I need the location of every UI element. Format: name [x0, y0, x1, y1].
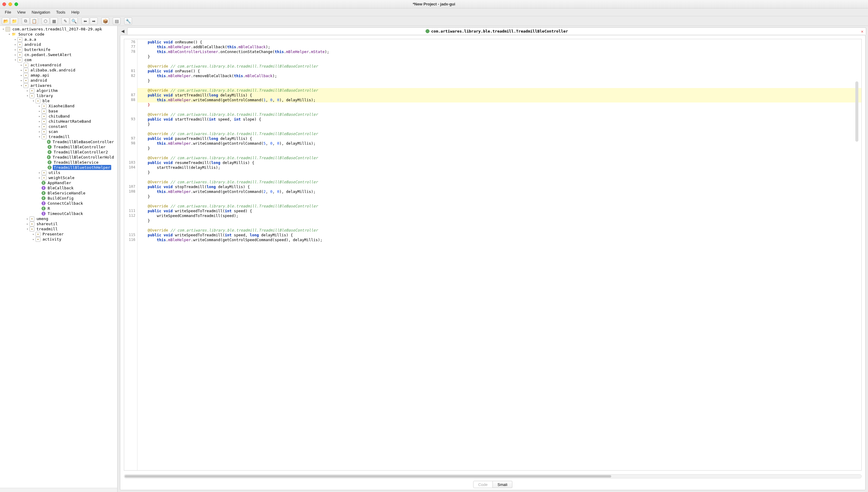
- tree-label[interactable]: alibaba.sdk.android: [29, 68, 76, 73]
- tree-label[interactable]: artiwares: [29, 83, 52, 88]
- layout-icon[interactable]: ▤: [113, 18, 121, 25]
- close-tab-icon[interactable]: ✕: [861, 29, 864, 34]
- tree-toggle-icon[interactable]: ▸: [25, 217, 29, 220]
- paste-icon[interactable]: 📋: [30, 18, 38, 25]
- tree-label[interactable]: treadmill: [48, 134, 71, 139]
- menu-tools[interactable]: Tools: [53, 9, 68, 16]
- code-view[interactable]: public void onResume() { this.mBleHelper…: [137, 39, 861, 470]
- tree-toggle-icon[interactable]: ▸: [19, 69, 24, 72]
- tree-label[interactable]: R: [47, 206, 51, 211]
- code-line[interactable]: public void startTreadmill(int speed, in…: [137, 117, 861, 122]
- tree-node[interactable]: ▸umeng: [0, 216, 117, 221]
- code-line[interactable]: }: [137, 194, 861, 199]
- tree-label[interactable]: TreadmillBleControllerHold: [52, 155, 115, 160]
- tab-smali[interactable]: Smali: [493, 481, 513, 488]
- copy-icon[interactable]: ⧉: [22, 18, 29, 25]
- tree-node[interactable]: ConnectCallback: [0, 201, 117, 206]
- code-line[interactable]: @Override // com.artiwares.library.ble.t…: [137, 228, 861, 233]
- tree-label[interactable]: Presenter: [42, 231, 65, 237]
- tree-toggle-icon[interactable]: ▸: [37, 171, 42, 174]
- tree-toggle-icon[interactable]: ▸: [13, 48, 18, 51]
- tree-toggle-icon[interactable]: ▸: [13, 53, 18, 56]
- minimize-icon[interactable]: [8, 2, 12, 6]
- tab-code[interactable]: Code: [473, 481, 493, 488]
- code-line[interactable]: [137, 151, 861, 155]
- tree-toggle-icon[interactable]: ▾: [37, 135, 42, 139]
- tree-node[interactable]: ▸activeandroid: [0, 63, 117, 68]
- code-line[interactable]: [137, 223, 861, 228]
- tree-node[interactable]: ▸utils: [0, 170, 117, 175]
- tree-node[interactable]: ▸weightScale: [0, 175, 117, 180]
- tree-label[interactable]: utils: [48, 170, 61, 175]
- tree-node[interactable]: BuildConfig: [0, 196, 117, 201]
- tree-toggle-icon[interactable]: ▸: [25, 222, 29, 225]
- graph-icon[interactable]: ⬡: [42, 18, 49, 25]
- tree-toggle-icon[interactable]: ▸: [19, 79, 24, 82]
- tree-label[interactable]: android: [24, 42, 42, 47]
- tree-node[interactable]: TreadmillBleBaseController: [0, 139, 117, 144]
- tree-node[interactable]: BleServiceHandle: [0, 191, 117, 196]
- tree-toggle-icon[interactable]: ▸: [37, 120, 42, 123]
- editor-tab[interactable]: com.artiwares.library.ble.treadmill.Trea…: [127, 27, 866, 35]
- menu-file[interactable]: File: [2, 9, 14, 16]
- tree-label[interactable]: XiaoheiBand: [48, 103, 75, 108]
- tree-label[interactable]: chituBand: [48, 114, 71, 119]
- tree-label[interactable]: com.artiwares.treadmill_2017-08-29.apk: [11, 27, 103, 32]
- maximize-icon[interactable]: [15, 2, 18, 6]
- code-line[interactable]: }: [137, 102, 861, 107]
- tree-node[interactable]: ▸chituBand: [0, 114, 117, 119]
- tree-toggle-icon[interactable]: ▾: [19, 84, 24, 87]
- code-line[interactable]: [137, 175, 861, 180]
- tree-toggle-icon[interactable]: ▾: [25, 94, 29, 97]
- tree-label[interactable]: com: [24, 57, 32, 63]
- code-line[interactable]: }: [137, 54, 861, 59]
- code-line[interactable]: @Override // com.artiwares.library.ble.t…: [137, 112, 861, 117]
- tree-node[interactable]: ▸activity: [0, 237, 117, 242]
- tree-node[interactable]: ▾com.artiwares.treadmill_2017-08-29.apk: [0, 27, 117, 32]
- tree-node[interactable]: ▾treadmill: [0, 134, 117, 139]
- tree-label[interactable]: treadmill: [35, 226, 58, 231]
- tree-node[interactable]: TreadmillBleController: [0, 144, 117, 150]
- tree-toggle-icon[interactable]: ▸: [37, 115, 42, 118]
- tree-label[interactable]: BleCallback: [47, 186, 74, 191]
- tree-label[interactable]: algorithm: [35, 88, 58, 93]
- tree-label[interactable]: weightScale: [48, 175, 75, 180]
- tab-back-button[interactable]: ◀: [119, 28, 126, 34]
- code-line[interactable]: @Override // com.artiwares.library.ble.t…: [137, 155, 861, 161]
- tree-node[interactable]: ▸constant: [0, 124, 117, 129]
- tree-label[interactable]: BuildConfig: [47, 196, 74, 201]
- menu-navigation[interactable]: Navigation: [29, 9, 53, 16]
- code-line[interactable]: startTreadmill(delayMillis);: [137, 165, 861, 170]
- tree-node[interactable]: ▸butterknife: [0, 47, 117, 52]
- code-line[interactable]: this.mBleHelper.writeCommand(getControlC…: [137, 141, 861, 146]
- tree-label[interactable]: TreadmillBleService: [53, 160, 99, 165]
- code-line[interactable]: }: [137, 78, 861, 83]
- editor-vscrollbar[interactable]: [856, 81, 858, 142]
- tree-toggle-icon[interactable]: ▸: [19, 74, 24, 77]
- project-tree[interactable]: ▾com.artiwares.treadmill_2017-08-29.apk▾…: [0, 26, 117, 488]
- box-icon[interactable]: 📦: [101, 18, 109, 25]
- tree-label[interactable]: TimeoutCallback: [47, 211, 84, 216]
- tree-label[interactable]: Source code: [18, 32, 45, 37]
- code-line[interactable]: public void startTreadmill(long delayMil…: [137, 93, 861, 98]
- code-line[interactable]: @Override // com.artiwares.library.ble.t…: [137, 204, 861, 208]
- code-line[interactable]: public void pauseTreadmill(long delayMil…: [137, 136, 861, 141]
- tree-label[interactable]: TreadmillBleBaseController: [52, 139, 115, 144]
- tree-node[interactable]: ▸shareutil: [0, 221, 117, 226]
- tree-label[interactable]: umeng: [35, 216, 49, 221]
- tree-node[interactable]: TreadmillBluetoothHelper: [0, 165, 117, 170]
- close-icon[interactable]: [2, 2, 6, 6]
- code-line[interactable]: this.mBleControllerListener.onConnection…: [137, 49, 861, 54]
- code-line[interactable]: this.mBleHelper.writeCommand(getControlS…: [137, 238, 861, 242]
- tree-node[interactable]: ▸scan: [0, 129, 117, 134]
- tree-node[interactable]: BleCallback: [0, 186, 117, 191]
- code-line[interactable]: }: [137, 122, 861, 127]
- tree-node[interactable]: TreadmillBleService: [0, 160, 117, 165]
- tree-label[interactable]: ble: [42, 98, 50, 103]
- code-line[interactable]: }: [137, 170, 861, 175]
- tree-label[interactable]: base: [48, 108, 59, 114]
- tree-label[interactable]: BleServiceHandle: [47, 191, 86, 196]
- tree-toggle-icon[interactable]: ▾: [1, 27, 5, 31]
- tree-label[interactable]: chituHeartRateBand: [48, 119, 92, 124]
- editor-hscrollbar[interactable]: [124, 474, 862, 478]
